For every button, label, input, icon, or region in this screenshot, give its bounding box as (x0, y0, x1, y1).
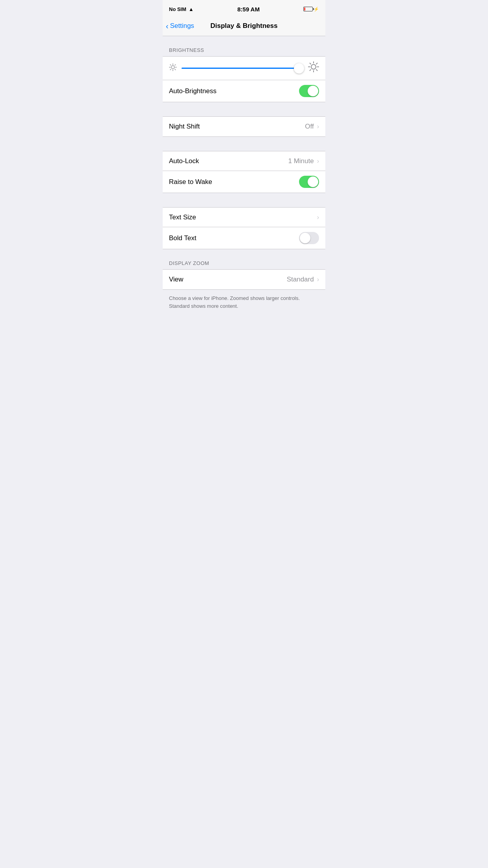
auto-brightness-toggle[interactable] (299, 85, 319, 97)
text-size-row[interactable]: Text Size › (163, 208, 325, 227)
back-button[interactable]: ‹ Settings (166, 22, 194, 30)
slider-track (182, 68, 303, 69)
svg-point-0 (171, 66, 174, 69)
gap-2 (163, 137, 325, 151)
settings-content: BRIGHTNESS (163, 36, 325, 319)
page-title: Display & Brightness (211, 22, 278, 30)
bold-text-toggle[interactable] (299, 232, 319, 244)
gap-3 (163, 193, 325, 207)
back-label: Settings (170, 22, 194, 30)
svg-point-9 (311, 64, 316, 69)
bold-text-row: Bold Text (163, 227, 325, 249)
svg-line-17 (310, 70, 311, 71)
raise-to-wake-toggle-thumb (308, 177, 318, 187)
bold-text-toggle-thumb (300, 233, 310, 243)
text-size-chevron-icon: › (317, 214, 319, 221)
raise-to-wake-toggle[interactable] (299, 176, 319, 188)
lock-wake-group: Auto-Lock 1 Minute › Raise to Wake (163, 151, 325, 193)
raise-to-wake-label: Raise to Wake (169, 178, 212, 186)
svg-line-5 (170, 64, 171, 65)
auto-lock-row[interactable]: Auto-Lock 1 Minute › (163, 151, 325, 171)
status-time: 8:59 AM (237, 6, 260, 13)
brightness-group: Auto-Brightness (163, 56, 325, 102)
back-chevron-icon: ‹ (166, 22, 169, 30)
auto-brightness-label: Auto-Brightness (169, 87, 216, 95)
bold-text-label: Bold Text (169, 234, 196, 242)
sun-small-icon (169, 63, 177, 73)
auto-lock-right: 1 Minute › (288, 157, 319, 165)
text-group: Text Size › Bold Text (163, 207, 325, 249)
svg-line-16 (316, 63, 317, 64)
bolt-icon: ⚡ (314, 7, 319, 12)
display-zoom-group: View Standard › (163, 269, 325, 290)
battery-container: ⚡ (303, 7, 319, 12)
svg-line-6 (175, 69, 176, 70)
text-size-label: Text Size (169, 213, 196, 221)
brightness-slider-row (163, 57, 325, 80)
status-bar: No SIM ▲ 8:59 AM ⚡ (163, 0, 325, 17)
brightness-slider[interactable] (182, 63, 303, 74)
gap-1 (163, 102, 325, 116)
raise-to-wake-row: Raise to Wake (163, 171, 325, 193)
view-row[interactable]: View Standard › (163, 270, 325, 289)
night-shift-chevron-icon: › (317, 123, 319, 130)
sun-large-icon (308, 61, 319, 75)
battery-icon (303, 7, 313, 11)
view-right: Standard › (287, 276, 319, 283)
night-shift-group: Night Shift Off › (163, 116, 325, 137)
view-label: View (169, 276, 183, 283)
text-size-right: › (317, 214, 319, 221)
night-shift-label: Night Shift (169, 123, 200, 131)
battery-fill (304, 7, 305, 11)
status-left: No SIM ▲ (169, 6, 194, 12)
wifi-icon: ▲ (189, 6, 194, 12)
night-shift-row[interactable]: Night Shift Off › (163, 117, 325, 136)
auto-lock-label: Auto-Lock (169, 157, 199, 165)
auto-brightness-toggle-thumb (308, 86, 318, 96)
svg-line-7 (175, 64, 176, 65)
svg-line-14 (310, 63, 311, 64)
svg-line-8 (170, 69, 171, 70)
auto-brightness-row: Auto-Brightness (163, 80, 325, 102)
brightness-section-header: BRIGHTNESS (163, 36, 325, 56)
view-chevron-icon: › (317, 276, 319, 283)
night-shift-value: Off (305, 123, 314, 131)
view-value: Standard (287, 276, 314, 283)
carrier-label: No SIM (169, 6, 186, 12)
nav-bar: ‹ Settings Display & Brightness (163, 17, 325, 36)
display-zoom-section-header: DISPLAY ZOOM (163, 249, 325, 269)
auto-lock-chevron-icon: › (317, 158, 319, 165)
display-zoom-footer: Choose a view for iPhone. Zoomed shows l… (163, 290, 325, 319)
svg-line-15 (316, 70, 317, 71)
slider-thumb (294, 63, 304, 74)
status-right: ⚡ (303, 7, 319, 12)
auto-lock-value: 1 Minute (288, 157, 314, 165)
night-shift-right: Off › (305, 123, 319, 131)
